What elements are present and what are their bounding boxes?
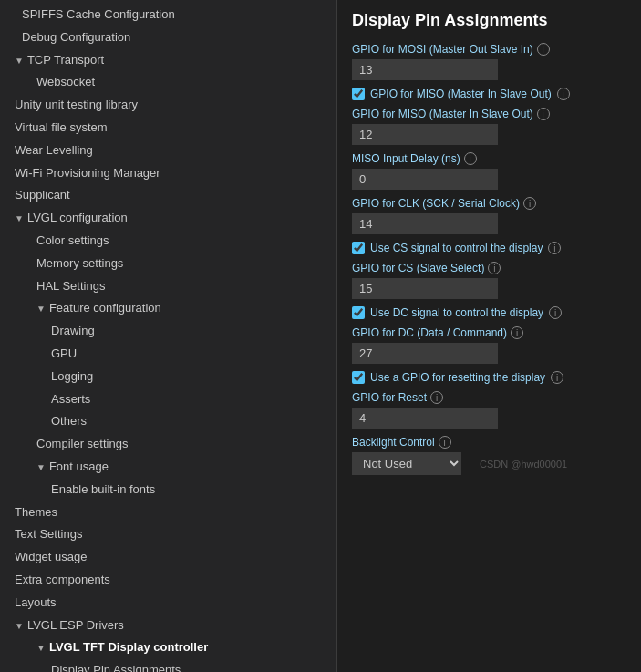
info-icon-use-dc-signal[interactable]: i bbox=[549, 306, 562, 319]
info-icon-use-gpio-reset[interactable]: i bbox=[551, 371, 563, 384]
sidebar: SPIFFS Cache ConfigurationDebug Configur… bbox=[0, 0, 337, 672]
sidebar-item-label-themes: Themes bbox=[15, 505, 57, 519]
sidebar-item-font-usage[interactable]: ▼Font usage bbox=[0, 456, 336, 479]
sidebar-item-websocket[interactable]: Websocket bbox=[0, 71, 336, 94]
info-icon-gpio-clk[interactable]: i bbox=[523, 197, 536, 210]
sidebar-item-label-wifi-provisioning: Wi-Fi Provisioning Manager bbox=[15, 166, 160, 180]
tree-arrow-font-usage: ▼ bbox=[36, 460, 46, 475]
sidebar-item-label-widget-usage: Widget usage bbox=[15, 550, 88, 563]
sidebar-item-lvgl-esp-drivers[interactable]: ▼LVGL ESP Drivers bbox=[0, 615, 336, 637]
field-label-gpio-reset: GPIO for Reseti bbox=[352, 391, 626, 404]
sidebar-item-text-settings[interactable]: Text Settings bbox=[0, 523, 336, 546]
sidebar-item-label-lvgl-config: LVGL configuration bbox=[27, 211, 128, 224]
info-icon-gpio-miso[interactable]: i bbox=[537, 108, 550, 120]
sidebar-item-label-unity-unit: Unity unit testing library bbox=[15, 98, 138, 111]
sidebar-item-label-memory-settings: Memory settings bbox=[36, 256, 123, 270]
sidebar-item-lvgl-config[interactable]: ▼LVGL configuration bbox=[0, 207, 336, 230]
field-section-use-dc-signal: Use DC signal to control the displayi bbox=[352, 306, 626, 319]
sidebar-item-gpu[interactable]: GPU bbox=[0, 343, 336, 366]
info-icon-gpio-cs[interactable]: i bbox=[488, 262, 501, 274]
sidebar-item-label-lvgl-esp-drivers: LVGL ESP Drivers bbox=[27, 618, 124, 632]
info-icon-miso-delay[interactable]: i bbox=[464, 152, 477, 165]
sidebar-item-debug-config[interactable]: Debug Configuration bbox=[0, 26, 336, 49]
checkbox-use-dc-signal[interactable] bbox=[352, 306, 365, 319]
sidebar-item-asserts[interactable]: Asserts bbox=[0, 388, 336, 411]
sidebar-item-memory-settings[interactable]: Memory settings bbox=[0, 253, 336, 275]
sidebar-item-spiffs-cache[interactable]: SPIFFS Cache Configuration bbox=[0, 4, 336, 26]
sidebar-item-layouts[interactable]: Layouts bbox=[0, 592, 336, 615]
sidebar-item-label-gpu: GPU bbox=[51, 346, 77, 360]
input-miso-delay[interactable] bbox=[352, 169, 498, 190]
checkbox-use-cs-signal[interactable] bbox=[352, 242, 365, 254]
sidebar-item-virtual-fs[interactable]: Virtual file system bbox=[0, 117, 336, 140]
sidebar-item-label-others: Others bbox=[51, 414, 87, 428]
sidebar-item-themes[interactable]: Themes bbox=[0, 501, 336, 524]
input-gpio-cs[interactable] bbox=[352, 278, 498, 299]
sidebar-item-hal-settings[interactable]: HAL Settings bbox=[0, 275, 336, 298]
field-label-miso-delay: MISO Input Delay (ns)i bbox=[352, 152, 626, 165]
input-gpio-clk[interactable] bbox=[352, 213, 498, 234]
sidebar-item-extra-components[interactable]: Extra components bbox=[0, 569, 336, 592]
sidebar-item-label-wear-levelling: Wear Levelling bbox=[15, 143, 93, 157]
sidebar-item-drawing[interactable]: Drawing bbox=[0, 320, 336, 343]
info-icon-backlight-control[interactable]: i bbox=[439, 436, 451, 449]
sidebar-item-wear-levelling[interactable]: Wear Levelling bbox=[0, 140, 336, 162]
checkbox-use-gpio-reset[interactable] bbox=[352, 371, 365, 384]
sidebar-item-enable-builtin-fonts[interactable]: Enable built-in fonts bbox=[0, 479, 336, 501]
field-label-gpio-mosi: GPIO for MOSI (Master Out Slave In)i bbox=[352, 43, 626, 56]
checkbox-gpio-miso-check[interactable] bbox=[352, 88, 365, 100]
sidebar-item-label-tcp-transport: TCP Transport bbox=[27, 53, 104, 67]
sidebar-item-others[interactable]: Others bbox=[0, 410, 336, 433]
sidebar-item-logging[interactable]: Logging bbox=[0, 366, 336, 388]
dropdown-row-backlight-control: Not UsedGPIOLEDCExternalCSDN @hwd00001 bbox=[352, 452, 626, 475]
info-icon-gpio-reset[interactable]: i bbox=[430, 391, 443, 404]
sidebar-item-display-pin-assignments[interactable]: Display Pin Assignments bbox=[0, 659, 336, 672]
sidebar-item-label-enable-builtin-fonts: Enable built-in fonts bbox=[51, 482, 155, 496]
checkbox-label-use-gpio-reset: Use a GPIO for resetting the display bbox=[370, 371, 545, 384]
page-title: Display Pin Assignments bbox=[352, 11, 626, 30]
sidebar-item-unity-unit[interactable]: Unity unit testing library bbox=[0, 94, 336, 117]
field-label-backlight-control: Backlight Controli bbox=[352, 436, 626, 449]
field-label-gpio-cs: GPIO for CS (Slave Select)i bbox=[352, 262, 626, 274]
info-icon-gpio-mosi[interactable]: i bbox=[537, 43, 550, 56]
field-section-gpio-reset: GPIO for Reseti bbox=[352, 391, 626, 429]
sidebar-item-label-display-pin-assignments: Display Pin Assignments bbox=[51, 663, 181, 672]
field-label-gpio-clk: GPIO for CLK (SCK / Serial Clock)i bbox=[352, 197, 626, 210]
tree-arrow-lvgl-config: ▼ bbox=[15, 212, 24, 226]
input-gpio-reset[interactable] bbox=[352, 408, 498, 429]
tree-arrow-lvgl-tft-display: ▼ bbox=[36, 641, 46, 656]
info-icon-gpio-miso-check[interactable]: i bbox=[557, 88, 570, 100]
info-icon-use-cs-signal[interactable]: i bbox=[548, 242, 561, 254]
sidebar-item-wifi-provisioning[interactable]: Wi-Fi Provisioning Manager bbox=[0, 162, 336, 185]
input-gpio-dc[interactable] bbox=[352, 343, 498, 364]
dropdown-backlight-control[interactable]: Not UsedGPIOLEDCExternal bbox=[352, 452, 461, 475]
sidebar-item-compiler-settings[interactable]: Compiler settings bbox=[0, 433, 336, 456]
field-section-backlight-control: Backlight ControliNot UsedGPIOLEDCExtern… bbox=[352, 436, 626, 475]
field-section-use-gpio-reset: Use a GPIO for resetting the displayi bbox=[352, 371, 626, 384]
sidebar-item-label-feature-config: Feature configuration bbox=[49, 301, 161, 315]
sidebar-item-label-hal-settings: HAL Settings bbox=[36, 279, 105, 293]
field-section-gpio-miso: GPIO for MISO (Master In Slave Out)i bbox=[352, 108, 626, 145]
sidebar-item-tcp-transport[interactable]: ▼TCP Transport bbox=[0, 49, 336, 72]
sidebar-item-feature-config[interactable]: ▼Feature configuration bbox=[0, 297, 336, 320]
checkbox-label-gpio-miso-check: GPIO for MISO (Master In Slave Out) bbox=[370, 88, 552, 100]
field-section-gpio-mosi: GPIO for MOSI (Master Out Slave In)i bbox=[352, 43, 626, 80]
sidebar-item-supplicant[interactable]: Supplicant bbox=[0, 184, 336, 207]
sidebar-item-label-debug-config: Debug Configuration bbox=[22, 30, 130, 44]
input-gpio-mosi[interactable] bbox=[352, 59, 498, 80]
sidebar-item-lvgl-tft-display[interactable]: ▼LVGL TFT Display controller bbox=[0, 636, 336, 659]
checkbox-row-gpio-miso-check: GPIO for MISO (Master In Slave Out)i bbox=[352, 88, 626, 100]
info-icon-gpio-dc[interactable]: i bbox=[511, 326, 523, 339]
checkbox-label-use-dc-signal: Use DC signal to control the display bbox=[370, 306, 543, 319]
checkbox-row-use-gpio-reset: Use a GPIO for resetting the displayi bbox=[352, 371, 626, 384]
field-section-miso-delay: MISO Input Delay (ns)i bbox=[352, 152, 626, 190]
field-section-gpio-miso-check: GPIO for MISO (Master In Slave Out)i bbox=[352, 88, 626, 100]
input-gpio-miso[interactable] bbox=[352, 124, 498, 145]
sidebar-item-widget-usage[interactable]: Widget usage bbox=[0, 546, 336, 569]
sidebar-item-label-extra-components: Extra components bbox=[15, 573, 110, 586]
sidebar-item-color-settings[interactable]: Color settings bbox=[0, 230, 336, 253]
sidebar-item-label-color-settings: Color settings bbox=[36, 233, 109, 247]
checkbox-row-use-cs-signal: Use CS signal to control the displayi bbox=[352, 242, 626, 254]
main-panel: Display Pin Assignments GPIO for MOSI (M… bbox=[337, 0, 641, 672]
sidebar-item-label-websocket: Websocket bbox=[36, 75, 95, 88]
